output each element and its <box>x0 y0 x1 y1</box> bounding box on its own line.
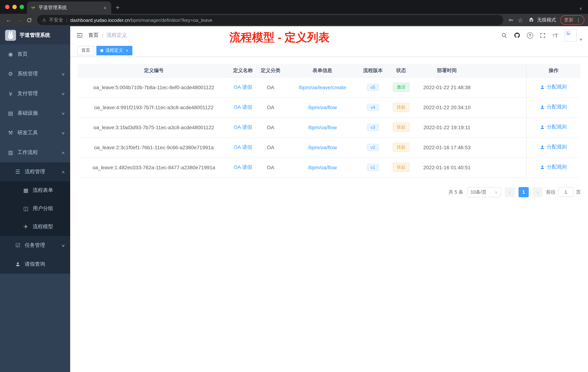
font-size-icon[interactable]: TT <box>552 32 558 38</box>
definition-category: OA <box>256 97 285 117</box>
sidebar-item-workflow[interactable]: ▥ 工作流程 ∧ <box>0 143 70 162</box>
chevron-down-icon: ∨ <box>494 190 498 194</box>
deploy-time: 2022-01-22 20:34:10 <box>416 97 478 117</box>
sidebar-item-task-management[interactable]: ☑ 任务管理 ∨ <box>0 236 70 255</box>
assign-rule-link[interactable]: 分配规则 <box>540 164 567 171</box>
table-row: oa_leave:2:3c1f0ef1-76b1-11ec-9c66-a2380… <box>77 137 581 157</box>
prev-page-button[interactable]: ‹ <box>505 187 515 197</box>
minimize-window-button[interactable] <box>12 5 17 9</box>
status-badge: 挂起 <box>393 123 410 132</box>
pagination-total: 共 5 条 <box>449 189 463 195</box>
sidebar-item-dev-tools[interactable]: ⚒ 研发工具 ∨ <box>0 123 70 143</box>
sidebar-item-payment-management[interactable]: ¥ 支付管理 ∨ <box>0 84 70 103</box>
close-window-button[interactable] <box>5 5 10 9</box>
new-tab-button[interactable]: + <box>111 1 124 14</box>
tag-home-label: 首页 <box>82 47 90 54</box>
form-link[interactable]: /bpm/oa/flow <box>308 104 337 110</box>
reload-button[interactable] <box>24 15 34 25</box>
column-header: 流程版本 <box>359 64 387 77</box>
version-badge: v4 <box>367 104 379 111</box>
deploy-time: 2022-01-22 21:48:38 <box>416 77 478 97</box>
leave-query-icon <box>15 262 21 267</box>
definition-name-link[interactable]: OA 请假 <box>234 164 252 170</box>
status-badge: 挂起 <box>393 163 410 172</box>
update-button[interactable]: 更新 ⋮ <box>560 15 584 25</box>
screen: 芋道管理系统 × + ∨ ← → ⚠ 不安全 | dashboard.yudao… <box>0 0 588 372</box>
form-link[interactable]: /bpm/oa/flow <box>308 144 337 150</box>
devtools-icon: ⚒ <box>7 130 14 136</box>
form-link[interactable]: /bpm/oa/leave/create <box>299 84 346 90</box>
forward-button[interactable]: → <box>14 15 24 25</box>
assign-rule-link[interactable]: 分配规则 <box>540 104 567 110</box>
user-group-icon: ◫ <box>22 205 29 212</box>
version-badge: v5 <box>367 84 379 91</box>
definition-name-link[interactable]: OA 请假 <box>234 124 252 130</box>
app-frame: 芋道管理系统 ◉ 首页 ⚙ 系统管理 ∨ ¥ 支付管理 ∨ ▤ 基础设施 ∨ <box>0 26 588 372</box>
tag-process-definition[interactable]: 流程定义 × <box>96 46 132 55</box>
workflow-icon: ▥ <box>7 149 14 156</box>
definition-name-link[interactable]: OA 请假 <box>234 144 252 150</box>
assign-rule-link[interactable]: 分配规则 <box>540 124 567 131</box>
sidebar-item-system-management[interactable]: ⚙ 系统管理 ∨ <box>0 64 70 84</box>
sidebar-collapse-icon[interactable] <box>76 32 83 39</box>
goto-page-input[interactable] <box>558 187 573 197</box>
search-icon[interactable] <box>501 32 507 38</box>
breadcrumb-home[interactable]: 首页 <box>88 32 99 39</box>
incognito-icon <box>528 17 535 23</box>
sidebar-item-home[interactable]: ◉ 首页 <box>0 44 70 64</box>
current-page-button[interactable]: 1 <box>519 187 529 197</box>
assign-rule-link[interactable]: 分配规则 <box>540 84 567 90</box>
goto-unit-label: 页 <box>576 189 581 195</box>
definition-name-link[interactable]: OA 请假 <box>234 84 252 90</box>
version-badge: v2 <box>367 144 379 151</box>
infrastructure-icon: ▤ <box>7 110 14 117</box>
next-page-button[interactable]: › <box>532 187 543 197</box>
menu-dots-icon[interactable]: ⋮ <box>576 17 581 23</box>
chevron-up-icon: ∧ <box>61 170 65 174</box>
definition-id: oa_leave:5:004b710b-7b8a-11ec-8ef0-acde4… <box>77 77 230 97</box>
sidebar-item-process-model[interactable]: ✈ 流程模型 <box>0 218 70 236</box>
column-header: 定义名称 <box>230 64 256 77</box>
address-bar[interactable]: ⚠ 不安全 | dashboard.yudao.iocoder.cn/bpm/m… <box>37 15 503 25</box>
tags-view-bar: 首页 流程定义 × <box>70 44 588 57</box>
tag-close-icon[interactable]: × <box>125 48 128 53</box>
avatar-caret-icon[interactable]: ∨ <box>579 37 583 41</box>
password-key-icon[interactable] <box>506 15 516 25</box>
page-size-select[interactable]: 10条/页 ∨ <box>467 187 501 197</box>
column-header: 状态 <box>387 64 416 77</box>
tab-close-icon[interactable]: × <box>102 5 108 11</box>
sidebar-item-process-management[interactable]: ☰ 流程管理 ∧ <box>0 162 70 181</box>
content-area: 定义编号 定义名称 定义分类 表单信息 流程版本 状态 部署时间 操作 <box>70 57 588 372</box>
definition-name-link[interactable]: OA 请假 <box>234 104 252 110</box>
github-icon[interactable] <box>514 32 520 39</box>
form-link[interactable]: /bpm/oa/flow <box>308 124 337 130</box>
assign-rule-link[interactable]: 分配规则 <box>540 144 567 151</box>
dashboard-icon: ◉ <box>7 51 14 57</box>
form-link[interactable]: /bpm/oa/flow <box>308 164 337 170</box>
browser-tab[interactable]: 芋道管理系统 × <box>27 1 111 14</box>
version-badge: v3 <box>367 124 379 131</box>
zoom-window-button[interactable] <box>20 5 24 9</box>
sidebar-item-infrastructure[interactable]: ▤ 基础设施 ∨ <box>0 103 70 123</box>
sidebar-item-process-form[interactable]: ▦ 流程表单 <box>0 181 70 199</box>
bookmark-star-icon[interactable]: ☆ <box>516 15 525 25</box>
avatar[interactable] <box>565 29 577 42</box>
pagination: 共 5 条 10条/页 ∨ ‹ 1 › 前往 页 <box>77 187 581 197</box>
sidebar-item-user-group[interactable]: ◫ 用户分组 <box>0 199 70 218</box>
fullscreen-icon[interactable] <box>540 32 546 38</box>
back-button[interactable]: ← <box>4 15 14 25</box>
status-badge: 挂起 <box>393 143 410 152</box>
payment-icon: ¥ <box>7 90 14 97</box>
table-row: oa_leave:4:991f2193-7b7f-11ec-a3c8-acde4… <box>77 97 581 117</box>
tab-search-chevron-icon[interactable]: ∨ <box>579 6 582 11</box>
sidebar-item-leave-query[interactable]: 请假查询 <box>0 255 70 274</box>
definition-category: OA <box>256 77 285 97</box>
deploy-time: 2022-01-16 17:46:53 <box>416 137 478 157</box>
status-badge: 挂起 <box>393 103 410 112</box>
sidebar: 芋道管理系统 ◉ 首页 ⚙ 系统管理 ∨ ¥ 支付管理 ∨ ▤ 基础设施 ∨ <box>0 26 70 372</box>
tag-home[interactable]: 首页 <box>77 46 94 55</box>
chevron-down-icon: ∨ <box>61 111 65 115</box>
help-icon[interactable]: ? <box>527 32 533 38</box>
process-management-icon: ☰ <box>15 169 21 175</box>
not-secure-warning-icon: ⚠ <box>42 17 46 22</box>
